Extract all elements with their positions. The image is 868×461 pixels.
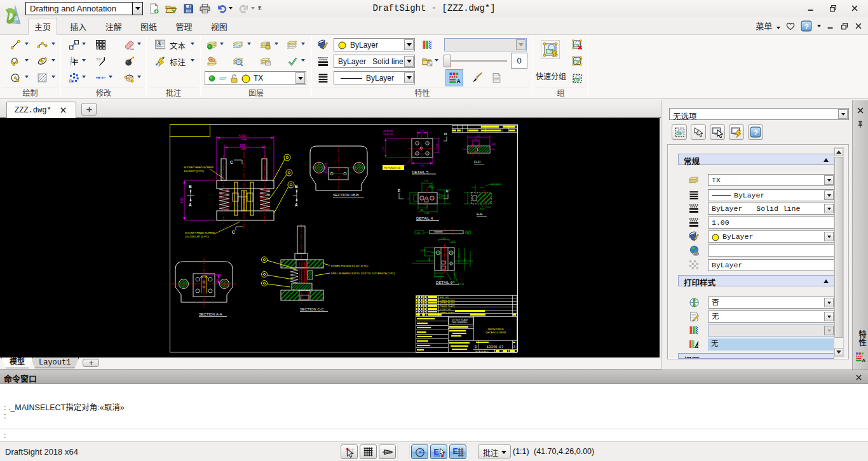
ungroup-button[interactable]: [570, 37, 584, 51]
tab-home[interactable]: 主页: [28, 18, 57, 35]
menu-button[interactable]: 菜单: [756, 20, 780, 32]
quick-group-label[interactable]: 快速分组: [534, 70, 567, 81]
layer-preview-button[interactable]: [231, 54, 245, 68]
section-general-collapse-arrow[interactable]: [824, 158, 829, 162]
scroll-down-arrow[interactable]: [834, 348, 843, 356]
move-tool-button[interactable]: [67, 37, 81, 51]
etrack-toggle-button[interactable]: [449, 444, 466, 459]
print-button[interactable]: [198, 2, 212, 15]
linestyle-combo-arrow[interactable]: [404, 56, 414, 67]
lineweight-combo[interactable]: ByLayer: [334, 71, 415, 84]
circle-dropdown-arrow[interactable]: [25, 76, 29, 78]
tab-sheet[interactable]: 图纸: [135, 18, 163, 36]
tab-model[interactable]: 模型: [1, 357, 33, 368]
section-general[interactable]: 常规: [678, 154, 834, 165]
circular-pattern-button[interactable]: [67, 70, 81, 84]
new-sheet-button[interactable]: [83, 359, 99, 367]
palette-close-button[interactable]: [856, 105, 865, 115]
scrollbar-thumb[interactable]: [834, 157, 843, 338]
close-button[interactable]: [845, 3, 864, 14]
qat-options-button[interactable]: ▾–: [258, 4, 261, 13]
esnap-toggle-button[interactable]: [430, 444, 447, 459]
transparency-value-box[interactable]: 0: [511, 53, 527, 69]
command-input[interactable]: :: [0, 429, 868, 442]
field-lineweight-arrow[interactable]: [824, 190, 834, 200]
undo-dropdown-arrow[interactable]: [229, 7, 233, 10]
circle-tool-button[interactable]: [8, 70, 22, 84]
screen-select-button[interactable]: [710, 124, 725, 140]
hatch-dropdown-arrow[interactable]: [51, 76, 55, 78]
transparency-slider[interactable]: [444, 55, 507, 67]
lineweight-combo-arrow[interactable]: [404, 72, 414, 83]
palette-tab-label[interactable]: 特性: [857, 330, 867, 347]
erase-tool-button[interactable]: [122, 37, 136, 51]
document-tab-close-icon[interactable]: [59, 106, 67, 114]
lock-dropdown-arrow[interactable]: [275, 43, 278, 45]
dimension-tool-label[interactable]: 标注: [170, 56, 186, 68]
ortho-toggle-button[interactable]: [379, 444, 396, 459]
layer-lock-button[interactable]: [259, 37, 273, 51]
new-file-button[interactable]: [147, 2, 161, 15]
minimize-button[interactable]: [801, 3, 820, 14]
restore-button[interactable]: [824, 3, 843, 14]
field-print-style[interactable]: 无: [708, 311, 835, 323]
linestyle2-tool-button[interactable]: [316, 70, 330, 84]
palette-tab-icon-button[interactable]: [855, 352, 865, 362]
move-dropdown-arrow[interactable]: [82, 43, 86, 45]
palette-help-button[interactable]: [748, 124, 763, 140]
explode-tool-button[interactable]: [122, 54, 136, 68]
section-print-collapse-arrow[interactable]: [824, 279, 829, 283]
layers-manager-button[interactable]: [205, 37, 219, 51]
line-dropdown-arrow[interactable]: [25, 43, 29, 45]
arc-dropdown-arrow[interactable]: [51, 43, 55, 45]
section-view[interactable]: 视图: [678, 353, 834, 359]
layer-check-button[interactable]: [285, 54, 299, 68]
polyline-dropdown-arrow[interactable]: [25, 59, 29, 62]
undo-button[interactable]: [215, 2, 229, 15]
field-scale-lw-arrow[interactable]: [824, 298, 834, 307]
linestyle-combo[interactable]: ByLayer Solid line: [334, 55, 415, 68]
field-linecolor-arrow[interactable]: [824, 232, 834, 241]
field-linecolor[interactable]: ByLayer: [708, 230, 835, 243]
field-linescale[interactable]: 1.00: [708, 217, 835, 229]
edit-group-button[interactable]: [570, 54, 584, 68]
field-transparency[interactable]: ByLayer: [708, 259, 835, 271]
select-entities-button[interactable]: [672, 124, 687, 140]
command-window-close-button[interactable]: [855, 373, 863, 382]
polar-toggle-button[interactable]: [411, 444, 428, 459]
layer-card-button[interactable]: [259, 54, 273, 68]
line-tool-button[interactable]: [8, 37, 22, 51]
field-print-style-arrow[interactable]: [824, 312, 834, 321]
colorbars-button[interactable]: [420, 37, 434, 51]
grid-toggle-button[interactable]: [360, 444, 377, 459]
open-file-button[interactable]: [164, 2, 178, 15]
linecolor-tool-button[interactable]: [316, 37, 330, 51]
grips-dropdown-arrow[interactable]: [137, 76, 141, 78]
check-dropdown-arrow[interactable]: [301, 59, 305, 62]
stretch-tool-button[interactable]: [67, 54, 81, 68]
selection-filter-arrow[interactable]: [838, 109, 848, 119]
field-layer-arrow[interactable]: [824, 175, 834, 185]
layer-combo[interactable]: TX: [205, 71, 306, 85]
transparency-slider-handle[interactable]: [444, 55, 451, 67]
document-tab[interactable]: ZZZ.dwg*: [6, 102, 76, 118]
chamfer-tool-button[interactable]: [93, 54, 107, 68]
help-button[interactable]: [801, 20, 812, 32]
quick-group-button[interactable]: [541, 40, 560, 59]
pattern-tool-button[interactable]: [93, 37, 107, 51]
field-table-assigned[interactable]: 无: [708, 338, 835, 351]
trim-dropdown-arrow[interactable]: [109, 76, 112, 78]
text-tool-button[interactable]: [153, 37, 167, 51]
tab-view[interactable]: 视图: [205, 18, 233, 36]
doc-minimize-icon[interactable]: [826, 22, 835, 30]
annotation-scale-combo[interactable]: 批注: [478, 444, 511, 458]
text-tool-label[interactable]: 文本: [170, 39, 186, 51]
workspace-combo-arrow[interactable]: [132, 3, 142, 15]
layer-states-button[interactable]: [285, 37, 299, 51]
field-linestyle-arrow[interactable]: [824, 204, 834, 213]
command-window-titlebar[interactable]: 命令窗口: [0, 370, 868, 384]
stretch-dropdown-arrow[interactable]: [82, 59, 86, 62]
property-painter-button[interactable]: [445, 69, 463, 86]
help-dropdown-arrow[interactable]: [817, 25, 821, 27]
field-scale-lineweight[interactable]: 否: [708, 297, 835, 309]
